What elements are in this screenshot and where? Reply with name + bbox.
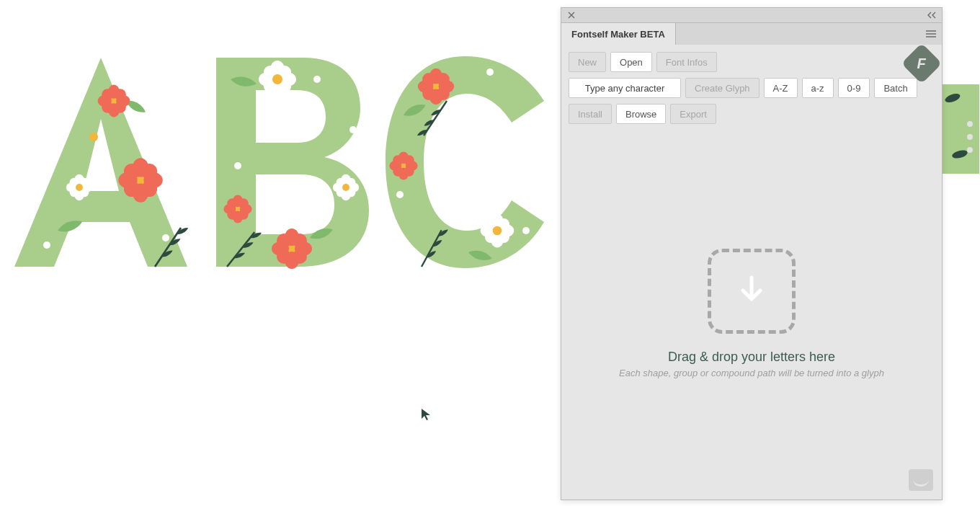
dropzone-title: Drag & drop your letters here (668, 350, 835, 365)
dropzone-target-icon (708, 249, 796, 334)
font-infos-button[interactable]: Font Infos (656, 52, 717, 72)
collapse-icon[interactable] (926, 9, 937, 21)
export-button[interactable]: Export (670, 104, 716, 124)
character-input[interactable] (569, 78, 681, 98)
svg-point-19 (89, 133, 98, 141)
range-uppercase-button[interactable]: A-Z (764, 78, 798, 98)
panel-dock-dots (967, 121, 973, 153)
close-icon[interactable] (566, 9, 577, 21)
range-lowercase-button[interactable]: a-z (802, 78, 834, 98)
chat-icon[interactable] (909, 469, 933, 491)
browse-button[interactable]: Browse (616, 104, 666, 124)
create-glyph-button[interactable]: Create Glyph (685, 78, 760, 98)
abc-artwork[interactable] (14, 50, 548, 288)
panel-menu-icon[interactable] (920, 23, 942, 45)
dropzone-subtitle: Each shape, group or compound path will … (619, 368, 884, 378)
open-button[interactable]: Open (610, 52, 652, 72)
fontself-panel: Fontself Maker BETA F New Open Font Info… (561, 7, 943, 500)
panel-toolbar: F New Open Font Infos Create Glyph A-Z a… (561, 45, 942, 127)
new-button[interactable]: New (569, 52, 606, 72)
artboard-overflow (941, 84, 980, 174)
range-digits-button[interactable]: 0-9 (838, 78, 870, 98)
tab-fontself[interactable]: Fontself Maker BETA (561, 23, 676, 45)
batch-button[interactable]: Batch (874, 78, 917, 98)
glyph-dropzone[interactable]: Drag & drop your letters here Each shape… (561, 127, 942, 500)
panel-tabs: Fontself Maker BETA (561, 23, 942, 45)
artboard[interactable] (0, 0, 562, 506)
panel-titlebar[interactable] (561, 8, 942, 23)
install-button[interactable]: Install (569, 104, 612, 124)
